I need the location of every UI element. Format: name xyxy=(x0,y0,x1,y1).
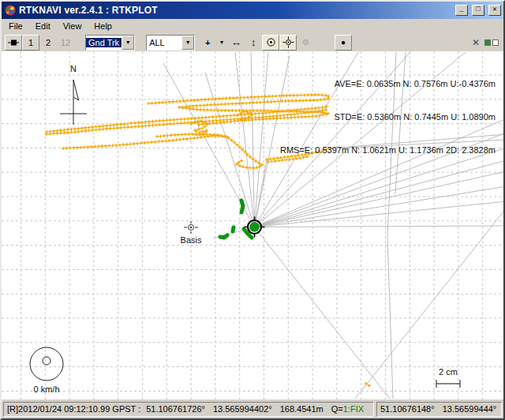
solution-2-button[interactable]: 2 xyxy=(39,35,57,51)
minimize-button[interactable]: _ xyxy=(455,5,468,16)
menu-view[interactable]: View xyxy=(57,21,88,32)
solution-statistics: AVE=E: 0.0635m N: 0.7576m U:-0.4376m STD… xyxy=(280,56,496,178)
solution-filter-value: ALL xyxy=(147,38,181,47)
small-circle-icon xyxy=(302,39,309,46)
scale-label: 2 cm xyxy=(432,367,464,377)
chevron-down-icon[interactable]: ▼ xyxy=(181,36,194,50)
speed-dial-icon xyxy=(30,347,63,381)
reference-position-panel: 51.10676148° 13.56599444° xyxy=(376,402,502,417)
fix-horizontal-button[interactable] xyxy=(297,35,314,51)
ground-track-plot[interactable]: AVE=E: 0.0635m N: 0.7576m U:-0.4376m STD… xyxy=(2,51,503,399)
epoch-time: 2012/01/24 09:12:10.99 GPST : xyxy=(18,404,140,414)
rtkplot-window: RTKNAVI ver.2.4.1 : RTKPLOT _ □ ✕ File E… xyxy=(0,0,505,420)
north-arrow-icon xyxy=(60,80,87,125)
stream-status-indicator xyxy=(484,39,499,46)
toolbar: 1 2 12 Gnd Trk ▼ ALL ▼ + ▾ ↔ ↕ xyxy=(2,33,503,51)
show-point-button[interactable]: ● xyxy=(335,35,352,51)
close-button[interactable]: ✕ xyxy=(488,5,501,16)
menu-help[interactable]: Help xyxy=(88,21,118,32)
longitude-value: 13.565994402° xyxy=(213,404,272,414)
record-indicator: [R] xyxy=(7,404,18,414)
zoom-menu-arrow[interactable]: ▾ xyxy=(216,35,227,51)
height-value: 168.4541m xyxy=(280,404,324,414)
marker-style-button[interactable] xyxy=(5,35,22,51)
stat-ave: AVE=E: 0.0635m N: 0.7576m U:-0.4376m xyxy=(280,78,496,89)
center-origin-button[interactable] xyxy=(262,35,279,51)
fit-horizontal-button[interactable]: ↔ xyxy=(227,35,245,51)
solution-1-button[interactable]: 1 xyxy=(22,35,39,51)
fix-center-button[interactable] xyxy=(279,35,297,51)
solution-12-button[interactable]: 12 xyxy=(57,35,74,51)
fit-vertical-button[interactable]: ↕ xyxy=(245,35,262,51)
status-bar: [R]2012/01/24 09:12:10.99 GPST : 51.1067… xyxy=(2,399,503,418)
menu-bar: File Edit View Help xyxy=(2,19,503,33)
stat-rms: RMS=E: 0.5397m N: 1.0621m U: 1.1736m 2D:… xyxy=(280,144,496,156)
maximize-button[interactable]: □ xyxy=(472,5,484,16)
menu-file[interactable]: File xyxy=(2,21,29,32)
latitude-value: 51.106761726° xyxy=(146,404,205,414)
plot-type-value: Gnd Trk xyxy=(86,38,122,47)
chevron-down-icon[interactable]: ▼ xyxy=(122,36,134,50)
speed-label: 0 km/h xyxy=(24,384,69,394)
crosshair-circle-icon xyxy=(282,36,294,48)
quality-value: 1:FIX xyxy=(343,404,364,414)
window-title: RTKNAVI ver.2.4.1 : RTKPLOT xyxy=(19,5,453,16)
solution-filter-combo[interactable]: ALL ▼ xyxy=(146,35,195,51)
marker-line-icon xyxy=(8,38,19,47)
basis-label: Basis xyxy=(174,235,208,245)
solution-status-panel: [R]2012/01/24 09:12:10.99 GPST : 51.1067… xyxy=(3,402,374,417)
plot-type-combo[interactable]: Gnd Trk ▼ xyxy=(85,35,135,51)
clear-button[interactable]: ✕ xyxy=(472,37,480,48)
ref-latitude-value: 51.10676148° xyxy=(380,404,435,414)
stat-std: STD=E: 0.5360m N: 0.7445m U: 1.0890m xyxy=(280,111,496,122)
menu-edit[interactable]: Edit xyxy=(29,21,57,32)
app-icon xyxy=(4,4,17,17)
title-bar[interactable]: RTKNAVI ver.2.4.1 : RTKPLOT _ □ ✕ xyxy=(2,2,503,19)
stream2-status-icon xyxy=(492,39,499,46)
scale-bar xyxy=(436,380,460,388)
north-label: N xyxy=(67,64,80,73)
quality-label: Q= xyxy=(331,404,343,414)
zoom-in-button[interactable]: + xyxy=(199,35,216,51)
circle-dot-icon xyxy=(266,37,276,47)
stream1-status-icon xyxy=(484,39,491,46)
ref-longitude-value: 13.56599444° xyxy=(443,404,497,414)
